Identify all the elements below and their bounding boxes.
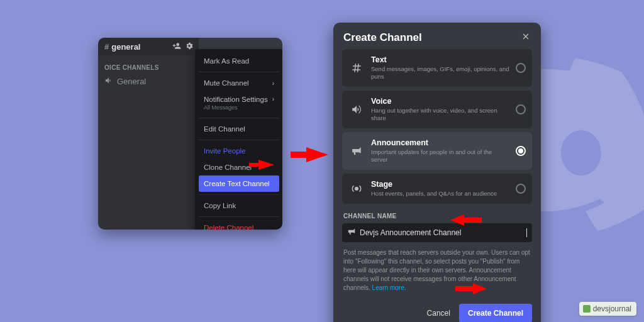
ctx-notification-settings[interactable]: Notification Settings› All Messages xyxy=(199,91,279,115)
stage-icon xyxy=(348,183,365,194)
megaphone-icon xyxy=(347,227,356,238)
modal-title: Create Channel xyxy=(343,31,422,44)
voice-channel-label: General xyxy=(117,77,146,86)
radio-icon xyxy=(516,104,526,114)
radio-icon xyxy=(516,63,526,73)
cancel-button[interactable]: Cancel xyxy=(427,309,450,318)
channel-name-label: CHANNEL NAME xyxy=(333,204,541,223)
ctx-delete-channel[interactable]: Delete Channel xyxy=(199,219,279,230)
ctx-clone-channel[interactable]: Clone Channel xyxy=(199,159,279,175)
text-caret xyxy=(526,228,527,237)
type-text[interactable]: TextSend messages, images, GIFs, emoji, … xyxy=(342,49,532,87)
speaker-icon xyxy=(104,76,113,87)
type-voice[interactable]: VoiceHang out together with voice, video… xyxy=(342,91,532,128)
watermark: devsjournal xyxy=(579,302,636,316)
channel-type-list: TextSend messages, images, GIFs, emoji, … xyxy=(333,49,541,204)
ctx-mark-as-read[interactable]: Mark As Read xyxy=(199,53,279,69)
radio-selected-icon xyxy=(516,146,526,156)
svg-marker-2 xyxy=(291,147,328,162)
megaphone-icon xyxy=(348,145,365,157)
voice-channel-general[interactable]: General xyxy=(98,74,199,89)
speaker-icon xyxy=(348,104,365,115)
channel-name-input[interactable]: Devjs Announcement Channel xyxy=(360,228,522,237)
gear-icon[interactable] xyxy=(185,42,194,52)
helper-text: Post messages that reach servers outside… xyxy=(333,242,541,292)
channel-sidebar: # general OICE CHANNELS General xyxy=(98,38,199,230)
ctx-create-text-channel[interactable]: Create Text Channel xyxy=(199,175,279,192)
ctx-edit-channel[interactable]: Edit Channel xyxy=(199,121,279,137)
ctx-copy-link[interactable]: Copy Link xyxy=(199,197,279,214)
sidebar-header: # general xyxy=(98,38,199,55)
ctx-invite-people[interactable]: Invite People xyxy=(199,143,279,159)
hash-icon xyxy=(348,62,365,74)
svg-point-0 xyxy=(355,187,358,191)
channel-context-menu: Mark As Read Mute Channel› Notification … xyxy=(195,49,282,230)
learn-more-link[interactable]: Learn more. xyxy=(372,284,406,291)
add-person-icon[interactable] xyxy=(172,42,181,52)
channel-title: general xyxy=(111,42,140,52)
type-announcement[interactable]: AnnouncementImportant updates for people… xyxy=(342,132,532,170)
annotation-arrow-2 xyxy=(291,146,328,164)
ctx-mute-channel[interactable]: Mute Channel› xyxy=(199,75,279,91)
type-stage[interactable]: StageHost events, panels, and Q&As for a… xyxy=(342,174,532,204)
radio-icon xyxy=(516,184,526,194)
channel-name-input-wrap[interactable]: Devjs Announcement Channel xyxy=(342,223,532,242)
chevron-right-icon: › xyxy=(272,80,274,87)
chevron-right-icon: › xyxy=(272,96,274,103)
create-channel-modal: Create Channel TextSend messages, images… xyxy=(333,23,541,322)
create-channel-button[interactable]: Create Channel xyxy=(459,304,532,322)
close-icon[interactable] xyxy=(521,31,531,44)
voice-channels-label: OICE CHANNELS xyxy=(98,55,199,74)
channel-sidebar-panel: # general OICE CHANNELS General moderato… xyxy=(98,38,282,230)
modal-footer: Cancel Create Channel xyxy=(333,292,541,322)
hash-icon: # xyxy=(104,42,109,52)
